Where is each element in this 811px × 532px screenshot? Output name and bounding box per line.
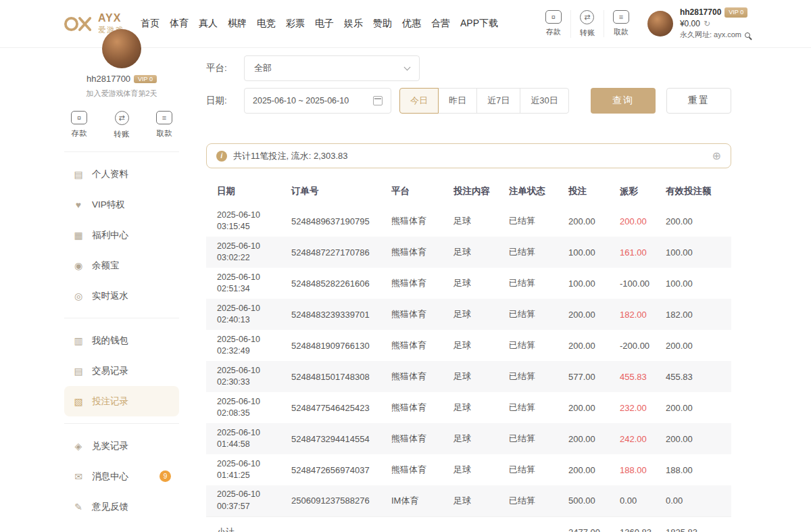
sidebar-item-transactions[interactable]: ▤交易记录 (64, 356, 179, 386)
action-label: 存款 (72, 128, 87, 139)
column-header: 平台 (380, 177, 443, 205)
payout-cell: 182.00 (609, 299, 655, 330)
date-cell: 2025-06-1003:02:22 (206, 237, 280, 268)
range-button[interactable]: 今日 (399, 88, 439, 114)
sidebar-item-yuebao[interactable]: ◉余额宝 (64, 250, 179, 281)
nav-item[interactable]: 电子 (315, 18, 334, 30)
sidebar-item-label: 我的钱包 (92, 335, 128, 347)
payout-cell: 161.00 (609, 237, 655, 268)
platform-select-value: 全部 (254, 62, 272, 74)
withdraw-button[interactable]: ≡取款 (156, 111, 172, 139)
nav-item[interactable]: 首页 (141, 18, 159, 30)
platform-cell: IM体育 (380, 485, 443, 516)
sidebar-menu-group: ▥我的钱包▤交易记录▧投注记录 (64, 318, 179, 423)
transfer-button[interactable]: ⇄转账 (570, 10, 604, 38)
payout-cell: 200.00 (609, 205, 655, 237)
date-cell: 2025-06-1002:08:35 (206, 392, 280, 423)
table-row: 2025-06-1003:15:455248489637190795熊猫体育足球… (206, 205, 731, 237)
date-range-group: 今日昨日近7日近30日 (399, 88, 569, 114)
logo-brand-text: AYX (98, 13, 124, 24)
nav-item[interactable]: 赞助 (373, 18, 392, 30)
withdraw-icon: ≡ (613, 10, 629, 24)
platform-cell: 熊猫体育 (380, 205, 443, 237)
withdraw-button[interactable]: ≡取款 (604, 10, 638, 37)
order-cell: 5248473294414554 (280, 423, 380, 454)
sidebar-item-rebate[interactable]: ◎实时返水 (64, 281, 179, 311)
transfer-button[interactable]: ⇄转账 (114, 111, 130, 139)
avatar[interactable] (647, 11, 673, 37)
range-button[interactable]: 昨日 (438, 88, 477, 114)
table-row: 2025-06-1002:40:135248483239339701熊猫体育足球… (206, 299, 731, 330)
filter-actions: 查询 重置 (591, 88, 731, 114)
deposit-icon: ¤ (545, 10, 562, 24)
bets-icon: ▧ (72, 396, 84, 407)
page: AYX 爱游戏 首页体育真人棋牌电竞彩票电子娱乐赞助优惠合营APP下载 ¤存款⇄… (0, 0, 811, 532)
nav-item[interactable]: 优惠 (402, 18, 421, 30)
message-icon: ✉ (72, 471, 84, 482)
sidebar-item-label: 余额宝 (92, 260, 120, 272)
date-line: 2025-06-10 (217, 303, 276, 315)
platform-cell: 熊猫体育 (380, 237, 443, 268)
nav-item[interactable]: 彩票 (286, 18, 305, 30)
user-info: hh2817700 VIP 0 ¥0.00 ↻ 永久网址: ayx.com (680, 7, 750, 41)
content-cell: 足球 (443, 392, 498, 423)
sidebar-item-prize[interactable]: ◈兑奖记录 (64, 431, 179, 461)
nav-item[interactable]: APP下载 (460, 18, 498, 30)
search-button[interactable]: 查询 (591, 88, 656, 114)
table-row: 2025-06-1002:32:495248481909766130熊猫体育足球… (206, 330, 731, 361)
sidebar-avatar[interactable] (102, 29, 141, 68)
sidebar-item-wallet[interactable]: ▥我的钱包 (64, 325, 179, 356)
transfer-icon: ⇄ (580, 10, 594, 24)
table-body: 2025-06-1003:15:455248489637190795熊猫体育足球… (206, 205, 731, 532)
deposit-button[interactable]: ¤存款 (537, 10, 570, 37)
action-label: 存款 (546, 27, 561, 37)
date-line: 2025-06-10 (217, 272, 276, 284)
join-days-text: 加入爱游戏体育第2天 (64, 89, 179, 99)
reset-button[interactable]: 重置 (666, 88, 731, 114)
sidebar-item-welfare[interactable]: ▦福利中心 (64, 220, 179, 250)
date-line: 2025-06-10 (217, 365, 276, 377)
bet-cell: 500.00 (558, 485, 609, 516)
sidebar-item-message[interactable]: ✉消息中心9 (64, 461, 179, 491)
content-cell: 足球 (443, 237, 498, 268)
sidebar-item-vip[interactable]: ♥VIP特权 (64, 189, 179, 220)
column-header: 日期 (206, 177, 280, 205)
time-line: 02:51:34 (217, 283, 276, 295)
table-row: 2025-06-1002:08:355248477546425423熊猫体育足球… (206, 392, 731, 423)
valid-cell: 200.00 (655, 330, 731, 361)
payout-cell: -100.00 (609, 268, 655, 299)
column-header: 有效投注额 (655, 177, 731, 205)
sidebar-item-feedback[interactable]: ✎意见反馈 (64, 491, 179, 522)
search-icon[interactable] (745, 32, 750, 38)
sidebar-item-profile[interactable]: ▤个人资料 (64, 159, 179, 189)
platform-select[interactable]: 全部 (244, 55, 420, 81)
valid-cell: 200.00 (655, 205, 731, 237)
subtotal-content: —— (443, 516, 498, 532)
time-line: 03:02:22 (217, 252, 276, 264)
nav-item[interactable]: 真人 (199, 18, 218, 30)
welfare-icon: ▦ (72, 230, 84, 241)
range-button[interactable]: 近30日 (520, 88, 568, 114)
expand-icon[interactable]: ⊕ (712, 151, 721, 162)
valid-cell: 100.00 (655, 237, 731, 268)
nav-item[interactable]: 合营 (431, 18, 450, 30)
date-cell: 2025-06-1000:37:57 (206, 485, 280, 516)
subtotal-label: 小计 (206, 516, 280, 532)
nav-item[interactable]: 电竞 (257, 18, 276, 30)
date-range-input[interactable]: 2025-06-10 ~ 2025-06-10 (244, 88, 391, 114)
bet-records-table: 日期订单号平台投注内容注单状态投注派彩有效投注额 2025-06-1003:15… (206, 177, 731, 532)
refresh-icon[interactable]: ↻ (704, 18, 710, 30)
nav-item[interactable]: 娱乐 (344, 18, 363, 30)
sidebar-item-bets[interactable]: ▧投注记录 (64, 386, 179, 416)
content-cell: 足球 (443, 423, 498, 454)
deposit-button[interactable]: ¤存款 (71, 111, 87, 139)
nav-item[interactable]: 体育 (170, 18, 189, 30)
nav-item[interactable]: 棋牌 (228, 18, 247, 30)
vip-icon: ♥ (72, 199, 84, 210)
sidebar-menu-group: ◈兑奖记录✉消息中心9✎意见反馈 (64, 423, 179, 529)
summary-bar: i 共计11笔投注, 流水: 2,303.83 ⊕ (206, 143, 731, 168)
range-button[interactable]: 近7日 (476, 88, 520, 114)
action-label: 转账 (580, 28, 595, 38)
date-line: 2025-06-10 (217, 241, 276, 253)
order-cell: 5248485282261606 (280, 268, 380, 299)
